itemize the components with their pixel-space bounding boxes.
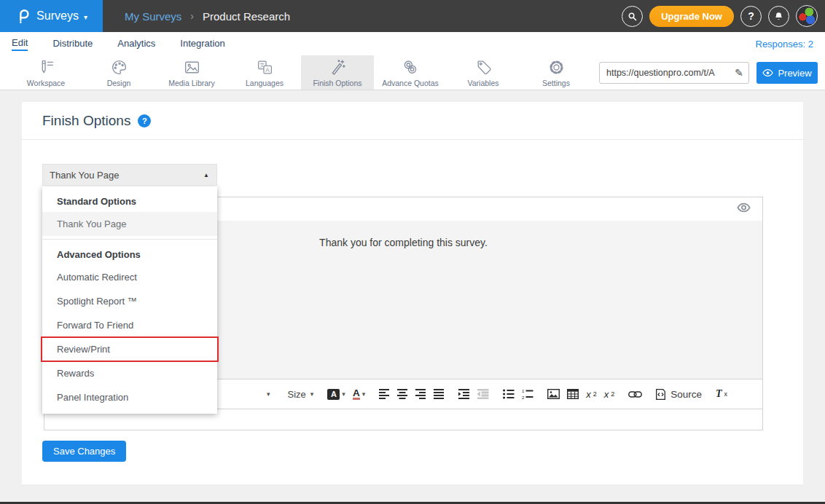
selected-finish-option: Thank You Page [43, 170, 119, 181]
align-left-button[interactable] [375, 384, 394, 404]
insert-table-button[interactable] [563, 384, 582, 404]
finish-options-icon [329, 58, 347, 76]
align-right-button[interactable] [412, 384, 430, 404]
breadcrumb-separator: › [190, 10, 194, 22]
tab-distribute[interactable]: Distribute [52, 38, 93, 50]
toolbar-item-variables[interactable]: Variables [447, 55, 520, 90]
insert-link-button[interactable] [625, 384, 646, 404]
product-switcher[interactable]: Surveys ▾ [0, 0, 103, 32]
decrease-indent-icon [477, 389, 489, 399]
menu-item-rewards[interactable]: Rewards [42, 361, 217, 385]
bell-icon [773, 11, 784, 22]
finish-option-menu: Standard Options Thank You Page Advanced… [42, 186, 217, 414]
svg-text:1: 1 [522, 389, 525, 393]
breadcrumb-my-surveys[interactable]: My Surveys [125, 10, 181, 23]
justify-icon [434, 389, 445, 399]
search-button[interactable] [622, 6, 643, 27]
survey-url-input[interactable] [600, 68, 730, 78]
tab-integration[interactable]: Integration [180, 38, 224, 50]
toolbar-item-finish-options[interactable]: Finish Options [301, 55, 374, 90]
page-title: Finish Options [42, 113, 130, 129]
numbered-list-button[interactable]: 12 [518, 384, 537, 404]
avatar[interactable] [796, 5, 818, 27]
notifications-button[interactable] [768, 6, 789, 27]
toolbar-item-design[interactable]: Design [82, 55, 155, 90]
text-color-button[interactable]: A ▾ [349, 384, 369, 404]
insert-image-button[interactable] [544, 384, 563, 404]
save-changes-button[interactable]: Save Changes [42, 441, 126, 462]
questionpro-logo-icon [15, 7, 31, 25]
decrease-indent-button[interactable] [474, 384, 493, 404]
link-icon [628, 390, 642, 398]
toolbar-item-advance-quotas[interactable]: Advance Quotas [374, 55, 447, 90]
eye-icon [762, 68, 773, 77]
preview-eye-icon[interactable] [737, 202, 751, 213]
toolbar-item-workspace[interactable]: Workspace [9, 55, 82, 90]
toolbar-item-media-library[interactable]: Media Library [155, 55, 228, 90]
menu-item-spotlight-report[interactable]: Spotlight Report ™ [42, 289, 217, 313]
increase-indent-button[interactable] [455, 384, 474, 404]
font-dropdown-caret[interactable]: ▾ [263, 384, 274, 404]
menu-group-standard-options: Standard Options [42, 190, 217, 212]
finish-options-card: Finish Options ? Thank you for completin… [22, 102, 803, 484]
subscript-button[interactable]: x2 [582, 384, 601, 404]
chevron-down-icon: ▾ [84, 13, 87, 21]
breadcrumb-current-survey: Product Research [203, 10, 290, 23]
finish-option-select[interactable]: Thank You Page ▲ [42, 164, 217, 186]
variables-icon [474, 58, 493, 76]
help-icon[interactable]: ? [138, 114, 151, 127]
responses-count[interactable]: Responses: 2 [756, 39, 825, 50]
top-bar: Surveys ▾ My Surveys › Product Research … [0, 0, 825, 32]
toolbar-item-settings[interactable]: Settings [520, 55, 593, 90]
card-header: Finish Options ? [22, 102, 803, 140]
menu-item-forward-to-friend[interactable]: Forward To Friend [42, 313, 217, 337]
top-bar-actions: Upgrade Now ? [622, 0, 818, 32]
questionpro-app: Surveys ▾ My Surveys › Product Research … [0, 0, 825, 504]
align-center-button[interactable] [394, 384, 412, 404]
design-icon [110, 58, 128, 76]
source-icon [656, 389, 665, 400]
background-color-button[interactable]: A ▾ [324, 384, 349, 404]
advance-quotas-icon [402, 58, 420, 76]
languages-icon: 文 A [256, 58, 274, 76]
remove-format-button[interactable]: Tx [712, 384, 731, 404]
media-library-icon [183, 58, 201, 76]
numbered-list-icon: 12 [522, 389, 533, 399]
tab-edit[interactable]: Edit [12, 37, 28, 51]
align-center-icon [397, 389, 408, 399]
menu-group-advanced-options: Advanced Options [42, 243, 217, 265]
source-button[interactable]: Source [652, 384, 705, 404]
align-left-icon [379, 389, 390, 399]
insert-table-icon [567, 389, 579, 399]
toolbar-item-languages[interactable]: 文 A Languages [228, 55, 301, 90]
survey-tabs: Edit Distribute Analytics Integration Re… [0, 32, 825, 55]
svg-text:A: A [265, 66, 270, 73]
menu-item-thank-you-page[interactable]: Thank You Page [42, 212, 217, 236]
menu-item-automatic-redirect[interactable]: Automatic Redirect [42, 265, 217, 289]
svg-text:文: 文 [259, 61, 265, 68]
settings-icon [547, 58, 566, 76]
edit-toolbar: Workspace Design Media Library 文 A [0, 55, 825, 90]
font-size-select[interactable]: Size ▾ [284, 384, 318, 404]
superscript-button[interactable]: x2 [601, 384, 619, 404]
finish-options-page: Finish Options ? Thank you for completin… [0, 90, 825, 504]
product-menu-label: Surveys [36, 9, 79, 23]
svg-text:2: 2 [522, 395, 525, 400]
align-right-icon [415, 389, 426, 399]
edit-url-icon[interactable]: ✎ [730, 67, 748, 79]
menu-item-panel-integration[interactable]: Panel Integration [42, 385, 217, 409]
preview-button[interactable]: Preview [756, 62, 818, 84]
help-button[interactable]: ? [740, 6, 762, 27]
bullet-list-button[interactable] [499, 384, 518, 404]
workspace-icon [37, 58, 55, 76]
upgrade-now-button[interactable]: Upgrade Now [649, 6, 734, 27]
insert-image-icon [547, 389, 560, 399]
chevron-up-icon: ▲ [203, 172, 216, 178]
justify-button[interactable] [430, 384, 448, 404]
search-icon [627, 11, 638, 22]
menu-item-review-print[interactable]: Review/Print [42, 337, 217, 361]
tab-analytics[interactable]: Analytics [117, 38, 155, 50]
menu-divider [42, 236, 217, 240]
survey-url-box: ✎ [599, 62, 749, 84]
increase-indent-icon [458, 389, 470, 399]
